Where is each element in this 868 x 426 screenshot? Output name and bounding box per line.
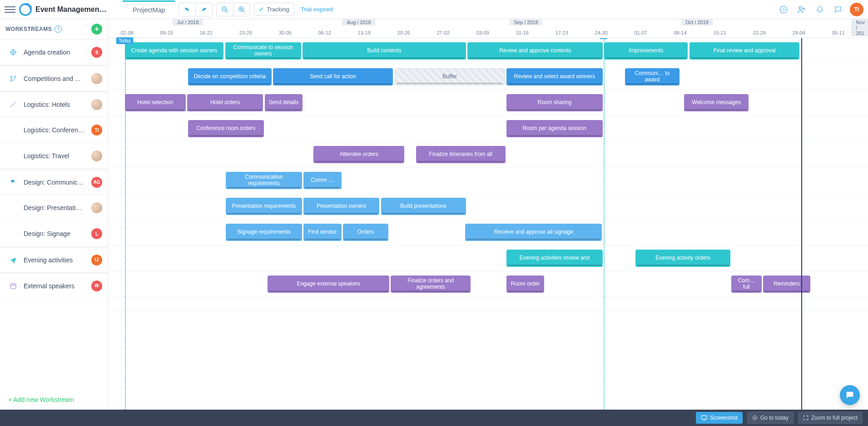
calendar-icon bbox=[9, 282, 17, 290]
user-avatar[interactable]: TI bbox=[850, 3, 863, 16]
svg-text:?: ? bbox=[782, 7, 785, 12]
workstream-label: Design: Presentations bbox=[24, 204, 85, 211]
task-bar[interactable]: Evening activities review and bbox=[506, 250, 603, 267]
workstream-item[interactable]: Agenda creationS bbox=[0, 40, 108, 65]
assignee-avatar[interactable]: W bbox=[91, 281, 102, 291]
workstream-item[interactable]: External speakersW bbox=[0, 273, 108, 299]
monitor-icon bbox=[701, 415, 707, 421]
assignee-avatar[interactable]: TI bbox=[91, 125, 102, 135]
workstream-label: Evening activities bbox=[24, 256, 85, 264]
task-bar[interactable]: Presentation requirements bbox=[226, 198, 302, 215]
task-bar[interactable]: Decide on competition criteria bbox=[188, 68, 272, 85]
svg-point-15 bbox=[10, 80, 12, 81]
week-label: 22-28 bbox=[753, 30, 766, 35]
timeline-row: Hotel selectionHotel ordersSend detailsR… bbox=[108, 90, 868, 116]
assignee-avatar[interactable]: S bbox=[91, 47, 102, 58]
task-bar[interactable]: Attendee orders bbox=[313, 146, 405, 163]
zoom-full-label: Zoom to full project bbox=[811, 415, 858, 421]
svg-rect-17 bbox=[10, 284, 16, 289]
task-bar[interactable]: Engage external speakers bbox=[268, 276, 389, 293]
assignee-avatar[interactable] bbox=[91, 202, 102, 213]
trial-status[interactable]: Trial expired bbox=[301, 6, 333, 13]
task-bar[interactable]: Communi… to award bbox=[625, 68, 680, 85]
task-bar[interactable]: Build contents bbox=[303, 42, 466, 60]
workstream-label: Logistics: Hotels bbox=[24, 101, 85, 108]
month-label: Jul / 2018 bbox=[173, 19, 203, 25]
task-bar[interactable]: Comm … bbox=[303, 172, 342, 189]
task-bar[interactable]: Room order bbox=[506, 276, 545, 293]
task-bar[interactable]: Reminders bbox=[763, 276, 810, 293]
help-button[interactable]: ? bbox=[777, 3, 790, 16]
task-bar[interactable]: Receive and approve all signage bbox=[465, 224, 602, 241]
week-label: 02-08 bbox=[121, 30, 134, 35]
task-bar[interactable]: Room per agenda session bbox=[506, 120, 603, 137]
task-bar[interactable]: Communication requirements bbox=[226, 172, 302, 189]
task-bar[interactable]: Evening activity orders bbox=[635, 250, 730, 267]
assignee-avatar[interactable] bbox=[91, 99, 102, 110]
add-workstream-link[interactable]: + Add new Workstream bbox=[0, 390, 108, 410]
undo-button[interactable] bbox=[179, 3, 195, 16]
support-chat-button[interactable] bbox=[840, 385, 860, 405]
task-bar[interactable]: Presentation owners bbox=[303, 198, 379, 215]
workstream-item[interactable]: Design: Communicat…AG bbox=[0, 169, 108, 195]
workstream-item[interactable]: Logistics: Conferenc…TI bbox=[0, 117, 108, 143]
workstream-item[interactable]: Logistics: Travel bbox=[0, 143, 108, 169]
task-bar[interactable]: Find vendor bbox=[303, 224, 342, 241]
week-label: 23-29 bbox=[239, 30, 252, 35]
task-bar[interactable]: Room sharing bbox=[506, 94, 603, 111]
zoom-in-button[interactable] bbox=[233, 3, 250, 16]
expand-icon bbox=[803, 415, 808, 421]
week-label: 01-07 bbox=[635, 30, 647, 35]
task-bar[interactable]: Review and select award winners bbox=[506, 68, 603, 85]
add-workstream-button[interactable]: + bbox=[91, 24, 102, 35]
assignee-avatar[interactable]: L bbox=[91, 228, 102, 239]
flag-icon bbox=[9, 179, 17, 186]
globe-icon bbox=[9, 49, 17, 56]
task-bar[interactable]: Final review and approval bbox=[689, 42, 800, 60]
workstream-item[interactable]: Evening activitiesIJ bbox=[0, 247, 108, 273]
week-label: 15-21 bbox=[714, 30, 726, 35]
workstream-item[interactable]: Logistics: Hotels bbox=[0, 91, 108, 117]
workstream-item[interactable]: Design: SignageL bbox=[0, 221, 108, 247]
task-bar[interactable]: Create agenda with session owners bbox=[125, 42, 223, 60]
chat-button[interactable] bbox=[832, 3, 844, 16]
notifications-button[interactable] bbox=[813, 3, 826, 16]
task-bar[interactable]: Review and approve contents bbox=[467, 42, 603, 60]
workstream-label: Logistics: Conferenc… bbox=[24, 126, 85, 134]
task-bar[interactable]: Signage requirements bbox=[226, 224, 302, 241]
assignee-avatar[interactable] bbox=[91, 150, 102, 161]
screenshot-button[interactable]: Screenshot bbox=[696, 412, 743, 424]
task-bar[interactable]: Send details bbox=[265, 94, 303, 111]
task-bar[interactable]: Conference room orders bbox=[188, 120, 264, 137]
workstream-item[interactable]: Design: Presentations bbox=[0, 195, 108, 221]
tracking-toggle[interactable]: ✓Tracking bbox=[254, 3, 294, 16]
task-bar[interactable]: Hotel orders bbox=[187, 94, 263, 111]
task-bar[interactable]: Send call for action bbox=[273, 68, 393, 85]
week-label: 08-14 bbox=[674, 30, 687, 35]
redo-button[interactable] bbox=[195, 3, 212, 16]
workstream-item[interactable]: Competitions and A… bbox=[0, 65, 108, 91]
task-bar[interactable]: Com… full bbox=[731, 276, 762, 293]
task-bar[interactable]: Orders bbox=[343, 224, 388, 241]
task-bar[interactable]: Buffer bbox=[395, 68, 505, 85]
task-bar[interactable]: Finalize orders and agreements bbox=[391, 276, 471, 293]
assignee-avatar[interactable] bbox=[91, 73, 102, 84]
help-icon[interactable]: ? bbox=[55, 25, 62, 33]
svg-point-16 bbox=[14, 76, 15, 77]
task-bar[interactable]: Hotel selection bbox=[125, 94, 186, 111]
task-bar[interactable]: Build presentations bbox=[381, 198, 466, 215]
task-bar[interactable]: Welcome messages bbox=[684, 94, 749, 111]
assignee-avatar[interactable]: IJ bbox=[91, 255, 102, 266]
invite-button[interactable] bbox=[795, 3, 808, 16]
tab-projectmap[interactable]: ProjectMap bbox=[123, 0, 175, 18]
workstream-label: Design: Signage bbox=[24, 230, 85, 237]
task-bar[interactable]: Finalize itineraries from all bbox=[416, 146, 506, 163]
week-label: 27-02 bbox=[437, 30, 450, 35]
goto-today-button[interactable]: Go to today bbox=[747, 412, 794, 424]
zoom-out-button[interactable] bbox=[217, 3, 233, 16]
menu-toggle[interactable] bbox=[5, 5, 15, 15]
assignee-avatar[interactable]: AG bbox=[91, 177, 102, 188]
zoom-full-button[interactable]: Zoom to full project bbox=[798, 412, 863, 424]
task-bar[interactable]: Communicate to session owners bbox=[225, 42, 301, 60]
task-bar[interactable]: Improvements bbox=[604, 42, 688, 60]
